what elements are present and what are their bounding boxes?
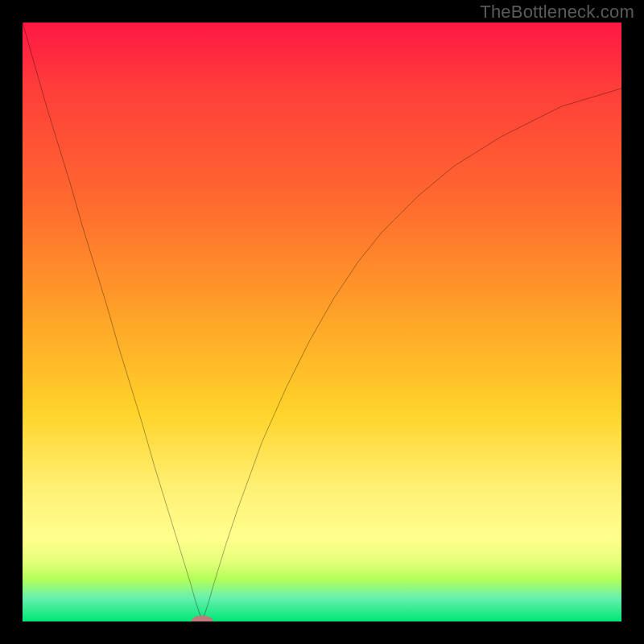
watermark-text: TheBottleneck.com	[480, 2, 634, 23]
plot-area	[23, 23, 621, 621]
chart-frame: TheBottleneck.com	[0, 0, 644, 644]
minimum-marker	[192, 616, 213, 621]
bottleneck-curve	[23, 23, 621, 621]
curve-layer	[23, 23, 621, 621]
